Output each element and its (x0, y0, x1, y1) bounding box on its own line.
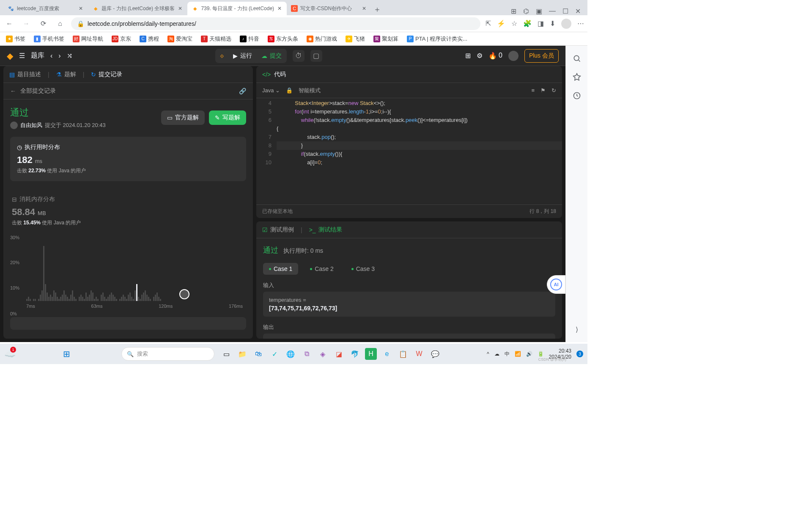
bookmark-item[interactable]: ◉热门游戏 (307, 35, 337, 43)
tab-active[interactable]: ◆739. 每日温度 - 力扣 (LeetCode)✕ (187, 2, 287, 15)
edge-icon[interactable]: 🌐 (285, 348, 296, 360)
problems-link[interactable]: 题库 (31, 51, 44, 60)
layout-icon[interactable]: ⊞ (465, 52, 471, 60)
start-button[interactable]: ⊞ (60, 348, 72, 360)
timer-icon[interactable]: ⏱ (293, 50, 304, 62)
flash-icon[interactable]: ⚡ (497, 19, 505, 28)
explorer-icon[interactable]: 📁 (236, 348, 248, 360)
submit-button[interactable]: ☁提交 (257, 50, 286, 62)
extensions-icon[interactable]: 🧩 (523, 19, 532, 28)
bookmark-item[interactable]: C携程 (140, 35, 159, 43)
case-3-tab[interactable]: Case 3 (346, 263, 381, 275)
app-icon[interactable]: ◪ (333, 348, 345, 360)
star-icon[interactable]: ☆ (511, 19, 517, 28)
leetcode-logo-icon[interactable]: ◆ (7, 51, 13, 61)
app-icon[interactable]: 🐬 (349, 348, 361, 360)
tab-baidu[interactable]: 🐾leetcode_百度搜索✕ (3, 2, 88, 15)
notification-badge[interactable]: 3 (576, 351, 583, 357)
next-icon[interactable]: › (58, 52, 60, 60)
plus-button[interactable]: Plus 会员 (524, 49, 559, 63)
list-icon[interactable]: ☰ (19, 52, 25, 60)
extensions-icon[interactable]: ⌬ (523, 7, 529, 15)
taskbar-search[interactable]: 🔍搜索 (121, 347, 214, 361)
bookmark-item[interactable]: PPTA | 程序设计类实... (407, 35, 467, 43)
bookmark-item[interactable]: ✈飞猪 (346, 35, 365, 43)
fire-icon[interactable]: 🔥0 (488, 52, 502, 60)
ai-assistant-button[interactable]: AI (547, 275, 565, 294)
vscode-icon[interactable]: ⧉ (301, 348, 313, 360)
link-icon[interactable]: 🔗 (239, 88, 246, 94)
back-to-submissions[interactable]: ← 全部提交记录 🔗 (3, 83, 253, 99)
bookmark-icon[interactable]: ⚑ (540, 87, 546, 94)
run-button[interactable]: ▶运行 (229, 50, 256, 62)
official-solution-button[interactable]: ▭官方题解 (161, 110, 205, 125)
tray-chevron-icon[interactable]: ^ (487, 351, 489, 357)
close-window-icon[interactable]: ✕ (575, 7, 581, 15)
settings-icon[interactable]: ⚙ (477, 52, 483, 60)
download-icon[interactable]: ⬇ (550, 19, 555, 28)
weather-widget[interactable]: ☁️ 1 (4, 348, 16, 359)
close-icon[interactable]: ✕ (361, 6, 367, 11)
battery-icon[interactable]: 🔋 (538, 351, 544, 357)
expand-icon[interactable]: ⟩ (576, 326, 578, 334)
format-icon[interactable]: ≡ (531, 87, 535, 94)
bookmark-item[interactable]: T天猫精选 (201, 35, 231, 43)
store-icon[interactable]: 🛍 (252, 348, 264, 360)
case-2-tab[interactable]: Case 2 (304, 263, 339, 275)
volume-icon[interactable]: 🔊 (526, 351, 532, 357)
bookmark-item[interactable]: ▮手机书签 (34, 35, 64, 43)
bookmark-item[interactable]: JD京东 (112, 35, 131, 43)
close-icon[interactable]: ✕ (277, 6, 283, 11)
shuffle-icon[interactable]: ⤭ (67, 52, 72, 60)
search-icon[interactable] (573, 54, 581, 63)
wechat-icon[interactable]: 💬 (429, 348, 441, 360)
debug-icon[interactable]: ⟐ (216, 50, 228, 62)
bookmark-item[interactable]: 聚聚划算 (373, 35, 398, 43)
vs-icon[interactable]: ◈ (317, 348, 329, 360)
tab-leetcode-list[interactable]: ◆题库 - 力扣 (LeetCode) 全球极客✕ (88, 2, 187, 15)
browser-icon[interactable]: e (381, 348, 393, 360)
bookmark-item[interactable]: ★书签 (6, 35, 25, 43)
history-icon[interactable] (573, 91, 581, 100)
onedrive-icon[interactable]: ☁ (494, 351, 499, 357)
tab-testresult[interactable]: >_测试结果 (309, 226, 342, 234)
close-icon[interactable]: ✕ (177, 6, 183, 11)
code-editor[interactable]: 45678910 Stack<Integer>stack=new Stack<>… (256, 98, 562, 204)
app-icon[interactable]: 📋 (397, 348, 409, 360)
back-icon[interactable]: ← (3, 18, 15, 30)
tab-solution[interactable]: ⚗题解 (56, 71, 76, 78)
wifi-icon[interactable]: 📶 (515, 351, 521, 357)
more-icon[interactable]: ⋯ (577, 19, 584, 28)
forward-icon[interactable]: → (20, 18, 32, 30)
star-icon[interactable] (573, 73, 581, 81)
write-solution-button[interactable]: ✎写题解 (209, 110, 246, 125)
sidepanel-icon[interactable]: ◨ (538, 19, 544, 28)
note-icon[interactable]: ▢ (310, 50, 322, 62)
close-icon[interactable]: ✕ (78, 6, 84, 11)
reset-icon[interactable]: ↻ (551, 87, 556, 94)
home-icon[interactable]: ⌂ (54, 18, 66, 30)
tab-description[interactable]: ▤题目描述 (9, 71, 41, 78)
wps-icon[interactable]: W (413, 348, 425, 360)
profile-icon[interactable] (561, 19, 571, 29)
minimize-icon[interactable]: — (549, 7, 556, 15)
language-selector[interactable]: Java⌄ (262, 87, 280, 94)
maximize-icon[interactable]: ☐ (562, 7, 568, 15)
address-bar[interactable]: 🔒 leetcode.cn/problems/daily-temperature… (71, 17, 480, 30)
ime-icon[interactable]: 中 (505, 351, 510, 358)
prev-icon[interactable]: ‹ (50, 52, 52, 60)
bookmark-item[interactable]: 好网址导航 (73, 35, 103, 43)
menu-icon[interactable]: ⊞ (511, 7, 516, 15)
app-icon[interactable]: H (365, 348, 377, 360)
restore-icon[interactable]: ▣ (536, 7, 542, 15)
task-view-icon[interactable]: ▭ (220, 348, 232, 360)
share-icon[interactable]: ⇱ (486, 19, 491, 28)
bookmark-item[interactable]: 淘爱淘宝 (167, 35, 192, 43)
tab-submissions[interactable]: ↻提交记录 (91, 71, 122, 78)
reload-icon[interactable]: ⟳ (37, 18, 49, 30)
avatar-icon[interactable] (508, 51, 518, 61)
app-icon[interactable]: ✓ (269, 348, 280, 360)
new-tab-button[interactable]: ＋ (371, 3, 383, 15)
case-1-tab[interactable]: Case 1 (263, 263, 298, 275)
bookmark-item[interactable]: ♪抖音 (240, 35, 259, 43)
